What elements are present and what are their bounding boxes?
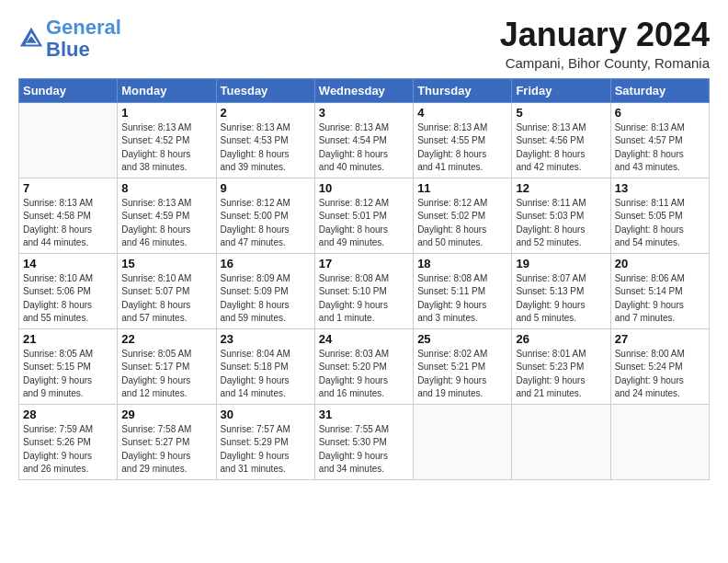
calendar-cell: 25Sunrise: 8:02 AM Sunset: 5:21 PM Dayli…	[414, 328, 512, 404]
calendar-cell: 14Sunrise: 8:10 AM Sunset: 5:06 PM Dayli…	[19, 253, 118, 328]
calendar-cell: 20Sunrise: 8:06 AM Sunset: 5:14 PM Dayli…	[610, 253, 709, 328]
day-number: 17	[319, 257, 409, 270]
day-info: Sunrise: 8:10 AM Sunset: 5:07 PM Dayligh…	[121, 272, 211, 326]
day-number: 31	[319, 408, 409, 421]
day-info: Sunrise: 8:13 AM Sunset: 4:52 PM Dayligh…	[121, 121, 211, 175]
col-tuesday: Tuesday	[216, 78, 314, 102]
header: General Blue January 2024 Campani, Bihor…	[18, 17, 710, 71]
calendar-cell: 7Sunrise: 8:13 AM Sunset: 4:58 PM Daylig…	[19, 178, 118, 253]
calendar-week-3: 21Sunrise: 8:05 AM Sunset: 5:15 PM Dayli…	[19, 328, 710, 404]
day-info: Sunrise: 8:13 AM Sunset: 4:54 PM Dayligh…	[319, 121, 409, 175]
calendar-body: 1Sunrise: 8:13 AM Sunset: 4:52 PM Daylig…	[19, 102, 710, 479]
calendar-cell: 21Sunrise: 8:05 AM Sunset: 5:15 PM Dayli…	[19, 328, 118, 404]
day-number: 28	[23, 408, 113, 421]
day-info: Sunrise: 7:58 AM Sunset: 5:27 PM Dayligh…	[121, 423, 211, 477]
day-number: 27	[615, 332, 705, 346]
logo-text: General Blue	[46, 17, 121, 61]
calendar-cell: 26Sunrise: 8:01 AM Sunset: 5:23 PM Dayli…	[512, 328, 610, 404]
calendar-cell: 9Sunrise: 8:12 AM Sunset: 5:00 PM Daylig…	[216, 178, 314, 253]
calendar-cell	[512, 404, 610, 479]
day-number: 12	[516, 181, 606, 195]
day-info: Sunrise: 8:05 AM Sunset: 5:17 PM Dayligh…	[121, 348, 211, 401]
calendar-cell: 4Sunrise: 8:13 AM Sunset: 4:55 PM Daylig…	[414, 102, 512, 178]
logo-icon	[18, 26, 44, 52]
day-number: 20	[615, 257, 705, 270]
calendar-cell: 10Sunrise: 8:12 AM Sunset: 5:01 PM Dayli…	[314, 178, 413, 253]
calendar-cell: 22Sunrise: 8:05 AM Sunset: 5:17 PM Dayli…	[118, 328, 216, 404]
day-info: Sunrise: 8:13 AM Sunset: 4:57 PM Dayligh…	[615, 121, 705, 175]
day-number: 14	[23, 257, 113, 270]
calendar-cell: 30Sunrise: 7:57 AM Sunset: 5:29 PM Dayli…	[216, 404, 314, 479]
calendar-table: Sunday Monday Tuesday Wednesday Thursday…	[18, 78, 710, 480]
calendar-cell: 27Sunrise: 8:00 AM Sunset: 5:24 PM Dayli…	[610, 328, 709, 404]
calendar-cell: 2Sunrise: 8:13 AM Sunset: 4:53 PM Daylig…	[216, 102, 314, 178]
day-info: Sunrise: 8:12 AM Sunset: 5:00 PM Dayligh…	[221, 197, 311, 250]
col-thursday: Thursday	[414, 78, 512, 102]
day-info: Sunrise: 8:13 AM Sunset: 4:55 PM Dayligh…	[417, 121, 507, 175]
day-number: 8	[121, 181, 211, 195]
calendar-cell: 17Sunrise: 8:08 AM Sunset: 5:10 PM Dayli…	[314, 253, 413, 328]
day-number: 25	[417, 332, 507, 346]
day-info: Sunrise: 8:08 AM Sunset: 5:11 PM Dayligh…	[417, 272, 507, 326]
calendar-cell: 15Sunrise: 8:10 AM Sunset: 5:07 PM Dayli…	[118, 253, 216, 328]
day-info: Sunrise: 8:12 AM Sunset: 5:02 PM Dayligh…	[417, 197, 507, 250]
calendar-cell	[610, 404, 709, 479]
day-number: 16	[221, 257, 311, 270]
day-number: 2	[221, 106, 311, 120]
day-number: 7	[23, 181, 113, 195]
calendar-cell	[19, 102, 118, 178]
day-number: 21	[23, 332, 113, 346]
month-title: January 2024	[500, 17, 710, 53]
day-number: 23	[221, 332, 311, 346]
day-info: Sunrise: 8:13 AM Sunset: 4:56 PM Dayligh…	[516, 121, 606, 175]
calendar-cell: 1Sunrise: 8:13 AM Sunset: 4:52 PM Daylig…	[118, 102, 216, 178]
day-info: Sunrise: 8:04 AM Sunset: 5:18 PM Dayligh…	[221, 348, 311, 401]
day-number: 15	[121, 257, 211, 270]
calendar-cell: 16Sunrise: 8:09 AM Sunset: 5:09 PM Dayli…	[216, 253, 314, 328]
day-info: Sunrise: 8:12 AM Sunset: 5:01 PM Dayligh…	[319, 197, 409, 250]
location-title: Campani, Bihor County, Romania	[500, 55, 710, 71]
calendar-cell	[414, 404, 512, 479]
day-info: Sunrise: 8:08 AM Sunset: 5:10 PM Dayligh…	[319, 272, 409, 326]
header-row: Sunday Monday Tuesday Wednesday Thursday…	[19, 78, 710, 102]
day-info: Sunrise: 7:55 AM Sunset: 5:30 PM Dayligh…	[319, 423, 409, 477]
day-info: Sunrise: 8:13 AM Sunset: 4:53 PM Dayligh…	[221, 121, 311, 175]
calendar-cell: 29Sunrise: 7:58 AM Sunset: 5:27 PM Dayli…	[118, 404, 216, 479]
col-sunday: Sunday	[19, 78, 118, 102]
day-number: 11	[417, 181, 507, 195]
day-info: Sunrise: 8:02 AM Sunset: 5:21 PM Dayligh…	[417, 348, 507, 401]
day-number: 29	[121, 408, 211, 421]
calendar-cell: 18Sunrise: 8:08 AM Sunset: 5:11 PM Dayli…	[414, 253, 512, 328]
calendar-week-2: 14Sunrise: 8:10 AM Sunset: 5:06 PM Dayli…	[19, 253, 710, 328]
calendar-week-1: 7Sunrise: 8:13 AM Sunset: 4:58 PM Daylig…	[19, 178, 710, 253]
calendar-cell: 23Sunrise: 8:04 AM Sunset: 5:18 PM Dayli…	[216, 328, 314, 404]
calendar-cell: 5Sunrise: 8:13 AM Sunset: 4:56 PM Daylig…	[512, 102, 610, 178]
day-info: Sunrise: 8:11 AM Sunset: 5:03 PM Dayligh…	[516, 197, 606, 250]
day-number: 19	[516, 257, 606, 270]
day-number: 3	[319, 106, 409, 120]
day-number: 26	[516, 332, 606, 346]
calendar-cell: 8Sunrise: 8:13 AM Sunset: 4:59 PM Daylig…	[118, 178, 216, 253]
calendar-cell: 11Sunrise: 8:12 AM Sunset: 5:02 PM Dayli…	[414, 178, 512, 253]
day-info: Sunrise: 8:07 AM Sunset: 5:13 PM Dayligh…	[516, 272, 606, 326]
title-area: January 2024 Campani, Bihor County, Roma…	[500, 17, 710, 71]
day-info: Sunrise: 8:09 AM Sunset: 5:09 PM Dayligh…	[221, 272, 311, 326]
day-info: Sunrise: 8:06 AM Sunset: 5:14 PM Dayligh…	[615, 272, 705, 326]
day-number: 6	[615, 106, 705, 120]
day-number: 10	[319, 181, 409, 195]
day-info: Sunrise: 7:57 AM Sunset: 5:29 PM Dayligh…	[221, 423, 311, 477]
calendar-cell: 6Sunrise: 8:13 AM Sunset: 4:57 PM Daylig…	[610, 102, 709, 178]
calendar-cell: 31Sunrise: 7:55 AM Sunset: 5:30 PM Dayli…	[314, 404, 413, 479]
day-info: Sunrise: 8:01 AM Sunset: 5:23 PM Dayligh…	[516, 348, 606, 401]
day-info: Sunrise: 8:05 AM Sunset: 5:15 PM Dayligh…	[23, 348, 113, 401]
col-saturday: Saturday	[610, 78, 709, 102]
day-number: 4	[417, 106, 507, 120]
col-monday: Monday	[118, 78, 216, 102]
calendar-cell: 13Sunrise: 8:11 AM Sunset: 5:05 PM Dayli…	[610, 178, 709, 253]
day-info: Sunrise: 8:10 AM Sunset: 5:06 PM Dayligh…	[23, 272, 113, 326]
logo: General Blue	[18, 17, 121, 61]
day-number: 30	[221, 408, 311, 421]
day-info: Sunrise: 7:59 AM Sunset: 5:26 PM Dayligh…	[23, 423, 113, 477]
day-number: 22	[121, 332, 211, 346]
col-wednesday: Wednesday	[314, 78, 413, 102]
